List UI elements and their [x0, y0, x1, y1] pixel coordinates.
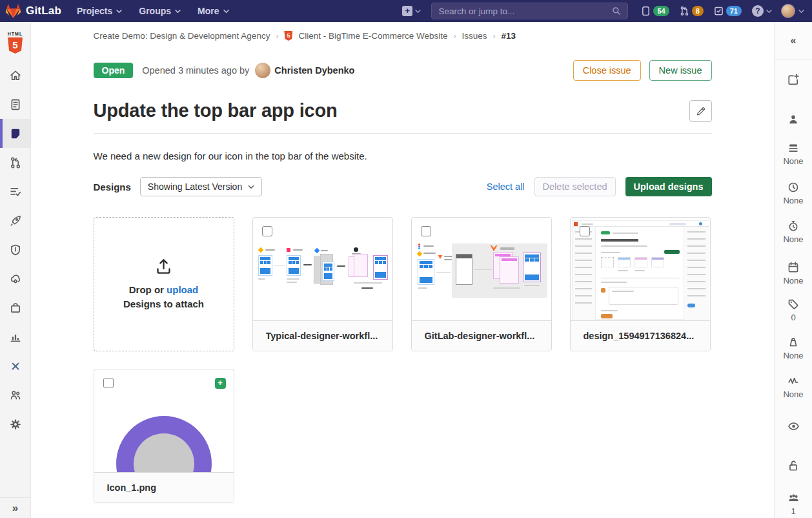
opened-text: Opened 3 minutes ago by: [142, 65, 249, 76]
gitlab-logo[interactable]: GitLab: [5, 3, 61, 19]
sidebar-item-merge-requests[interactable]: [0, 148, 30, 177]
package-icon: [10, 302, 21, 314]
project-logo-text: HTML: [5, 32, 26, 37]
nav-projects[interactable]: Projects: [77, 6, 122, 16]
sidebar-labels[interactable]: 0: [775, 298, 812, 322]
thumb-shape: [574, 222, 578, 226]
sidebar-item-jira-integration[interactable]: [0, 351, 30, 380]
breadcrumb-group[interactable]: Create Demo: Design & Development Agency: [94, 31, 270, 41]
sidebar-epic[interactable]: None: [775, 142, 812, 166]
thumb-shape: [258, 278, 265, 280]
thumb-shape: [354, 282, 382, 284]
sidebar-health-status[interactable]: None: [775, 375, 812, 399]
sidebar-item-members[interactable]: [0, 380, 30, 409]
thumb-shape: [493, 287, 520, 289]
design-checkbox[interactable]: [580, 226, 590, 236]
sidebar-assignee[interactable]: [775, 114, 812, 125]
slack-label: [303, 264, 312, 265]
todo-count-badge: 71: [726, 6, 742, 16]
issues-counter[interactable]: 54: [641, 6, 669, 16]
merge-request-icon: [680, 6, 689, 16]
eye-icon: [787, 420, 800, 432]
issue-meta: Opened 3 minutes ago by Christen Dybenko: [142, 63, 354, 78]
sidebar-item-project-overview[interactable]: [0, 61, 30, 90]
thumb-shape: [436, 272, 451, 273]
sidebar-milestone[interactable]: None: [775, 181, 812, 205]
sidebar-todo-button[interactable]: [775, 74, 812, 85]
merge-requests-counter[interactable]: 8: [680, 6, 704, 16]
sidebar-participants[interactable]: 1: [775, 492, 812, 516]
sidebar-weight[interactable]: None: [775, 337, 812, 360]
issue-title-row: Update the top bar app icon: [94, 100, 712, 122]
design-thumbnail[interactable]: [94, 369, 234, 472]
workflow-diagram: [417, 243, 547, 299]
help-menu[interactable]: ?: [752, 5, 772, 17]
upload-link[interactable]: upload: [167, 284, 198, 295]
new-menu-button[interactable]: +: [402, 6, 421, 16]
todos-counter[interactable]: 71: [714, 6, 742, 16]
thumb-shape: [524, 285, 540, 286]
sidebar-item-operations[interactable]: [0, 264, 30, 293]
sidebar-notifications[interactable]: [775, 420, 812, 432]
delete-selected-button[interactable]: Delete selected: [534, 177, 616, 196]
design-checkbox[interactable]: [103, 378, 114, 388]
design-checkbox[interactable]: [262, 226, 272, 236]
sidebar-due-date[interactable]: None: [775, 262, 812, 285]
issue-card: [500, 256, 519, 284]
chart-icon: [10, 331, 21, 343]
gitlab-plugin-logo: [438, 255, 443, 259]
sidebar-item-settings[interactable]: [0, 409, 30, 439]
author-avatar[interactable]: [255, 63, 270, 78]
design-dropzone[interactable]: Drop or upload Designs to attach: [94, 217, 234, 351]
design-thumbnail[interactable]: [571, 218, 710, 320]
designs-grid: Drop or upload Designs to attach: [94, 217, 712, 503]
nav-more-label: More: [198, 6, 219, 16]
version-filter-dropdown[interactable]: Showing Latest Version: [140, 177, 262, 196]
breadcrumb-issues[interactable]: Issues: [462, 31, 487, 41]
issues-icon: [10, 128, 21, 140]
sidebar-item-requirements[interactable]: [0, 177, 30, 206]
epic-icon: [787, 142, 799, 154]
author-name[interactable]: Christen Dybenko: [274, 65, 354, 76]
epic-value: None: [783, 156, 803, 166]
sidebar-item-analytics[interactable]: [0, 322, 30, 351]
thumb-shape: [601, 310, 618, 311]
slack-label: [337, 265, 345, 267]
collapse-sidebar-button[interactable]: «: [775, 22, 812, 59]
sidebar-item-packages[interactable]: [0, 293, 30, 322]
thumb-shape: [612, 291, 634, 292]
wireframe-card: [373, 255, 388, 280]
chevron-down-icon: [248, 185, 254, 189]
thumb-shape: [321, 250, 328, 251]
project-avatar[interactable]: HTML 5: [5, 32, 26, 54]
upload-designs-button[interactable]: Upload designs: [625, 177, 712, 196]
upload-icon: [155, 258, 172, 275]
select-all-link[interactable]: Select all: [487, 181, 525, 192]
design-checkbox[interactable]: [421, 226, 431, 236]
thumb-shape: [354, 254, 368, 277]
close-issue-button[interactable]: Close issue: [573, 60, 641, 81]
thumb-shape: [664, 250, 680, 254]
thumb-shape: [618, 270, 628, 271]
sidebar-item-issues[interactable]: [0, 119, 30, 148]
search-input[interactable]: Search or jump to...: [431, 3, 628, 19]
user-menu[interactable]: [781, 4, 804, 18]
list-check-icon: [10, 186, 21, 198]
thumb-shape: [601, 278, 680, 278]
sidebar-confidentiality[interactable]: [775, 460, 812, 471]
sidebar-item-cicd[interactable]: [0, 206, 30, 235]
nav-groups[interactable]: Groups: [139, 6, 181, 16]
sidebar-item-security[interactable]: [0, 235, 30, 264]
design-thumbnail[interactable]: [412, 218, 551, 320]
nav-projects-label: Projects: [77, 6, 112, 16]
nav-more[interactable]: More: [198, 6, 228, 16]
new-issue-button[interactable]: New issue: [649, 60, 712, 81]
chevron-down-icon: [798, 9, 804, 14]
expand-sidebar-button[interactable]: »: [0, 497, 30, 518]
breadcrumb-project[interactable]: Client - BigTime E-Commerce Website: [298, 31, 447, 41]
project-mini-avatar: 5: [284, 31, 292, 41]
sidebar-item-repository[interactable]: [0, 90, 30, 119]
sidebar-time-tracking[interactable]: None: [775, 220, 812, 244]
edit-title-button[interactable]: [689, 100, 712, 122]
design-thumbnail[interactable]: [253, 218, 392, 320]
